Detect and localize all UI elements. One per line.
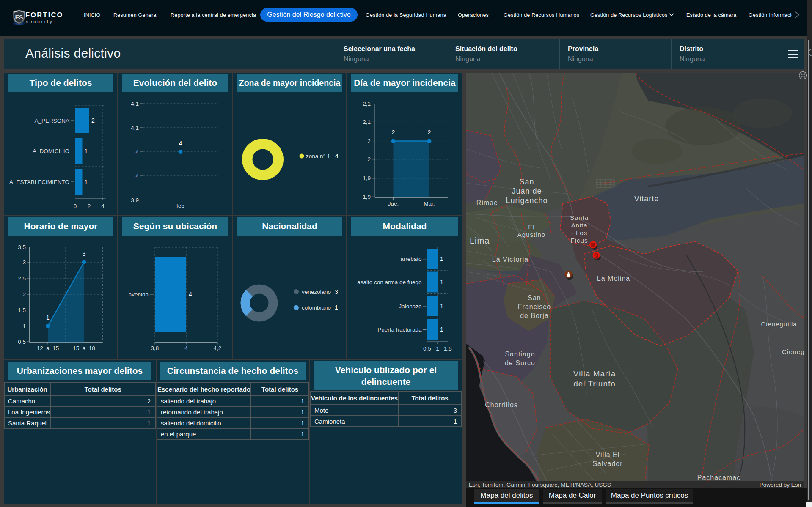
- svg-text:2: 2: [367, 156, 371, 162]
- svg-text:4: 4: [335, 153, 339, 159]
- svg-text:colombiano: colombiano: [302, 304, 331, 311]
- svg-text:2: 2: [91, 117, 95, 124]
- svg-text:4: 4: [189, 291, 192, 298]
- svg-text:1,5: 1,5: [18, 307, 26, 313]
- svg-text:avenida: avenida: [129, 291, 149, 298]
- svg-text:Francisco: Francisco: [518, 303, 551, 310]
- svg-text:1: 1: [436, 345, 439, 352]
- svg-text:1: 1: [85, 178, 88, 185]
- svg-text:0,5: 0,5: [18, 339, 26, 345]
- svg-text:3,9: 3,9: [131, 197, 139, 203]
- svg-text:Cieneguil: Cieneguil: [782, 348, 804, 355]
- svg-text:Puerta fracturada: Puerta fracturada: [377, 326, 422, 333]
- svg-text:venezolano: venezolano: [302, 289, 331, 295]
- svg-text:FS: FS: [15, 14, 23, 21]
- svg-text:4: 4: [135, 173, 139, 179]
- svg-text:Jue.: Jue.: [388, 200, 399, 207]
- svg-text:1: 1: [335, 304, 338, 311]
- svg-text:0,5: 0,5: [423, 345, 431, 352]
- svg-text:4,2: 4,2: [214, 345, 222, 351]
- svg-text:de Surco: de Surco: [505, 359, 535, 367]
- svg-text:4,1: 4,1: [131, 125, 139, 131]
- svg-text:12_a_15: 12_a_15: [37, 345, 59, 351]
- svg-text:A_DOMICILIO: A_DOMICILIO: [33, 148, 69, 154]
- svg-text:4: 4: [135, 149, 139, 155]
- svg-text:La Molina: La Molina: [597, 275, 630, 282]
- svg-text:1,9: 1,9: [363, 194, 371, 200]
- svg-text:Agustino: Agustino: [517, 231, 545, 238]
- svg-text:Cieneguilla: Cieneguilla: [761, 321, 797, 328]
- svg-text:Pachacamac: Pachacamac: [697, 474, 741, 481]
- svg-text:San: San: [528, 294, 541, 301]
- svg-text:1,5: 1,5: [444, 345, 452, 352]
- svg-text:4,1: 4,1: [131, 101, 139, 107]
- svg-text:arrebato: arrebato: [400, 256, 421, 262]
- svg-text:La Victoria: La Victoria: [492, 256, 528, 263]
- svg-text:de Borja: de Borja: [520, 312, 549, 319]
- svg-text:Juan de: Juan de: [512, 187, 542, 195]
- svg-text:2: 2: [88, 203, 91, 209]
- svg-text:asalto con arma de fuego: asalto con arma de fuego: [357, 279, 421, 285]
- svg-text:15_a_18: 15_a_18: [73, 345, 95, 351]
- svg-text:2,1: 2,1: [363, 101, 371, 107]
- svg-text:zona n° 1: zona n° 1: [306, 153, 330, 159]
- svg-text:Anita: Anita: [571, 222, 587, 229]
- svg-text:Mar.: Mar.: [424, 200, 435, 207]
- svg-text:1: 1: [440, 279, 443, 285]
- svg-text:del Triunfo: del Triunfo: [573, 379, 616, 388]
- svg-text:4: 4: [184, 345, 188, 351]
- svg-text:1: 1: [440, 303, 443, 310]
- svg-text:A_ESTABLECIMIENTO: A_ESTABLECIMIENTO: [9, 179, 69, 185]
- svg-text:1: 1: [46, 314, 50, 321]
- svg-text:Chorrillos: Chorrillos: [485, 401, 518, 408]
- svg-text:2,1: 2,1: [363, 119, 371, 125]
- svg-text:Jalonazo: Jalonazo: [399, 303, 421, 310]
- svg-text:3: 3: [22, 259, 26, 266]
- svg-text:Vitarte: Vitarte: [634, 195, 659, 203]
- svg-text:3: 3: [335, 288, 338, 295]
- svg-text:Lurigancho: Lurigancho: [506, 196, 548, 205]
- svg-text:2,5: 2,5: [18, 275, 26, 282]
- svg-text:2: 2: [22, 291, 26, 298]
- svg-text:4: 4: [179, 140, 182, 147]
- svg-text:Ficus: Ficus: [571, 237, 588, 244]
- svg-text:Rimac: Rimac: [476, 199, 498, 206]
- svg-text:3,8: 3,8: [151, 345, 159, 351]
- svg-text:2: 2: [367, 138, 371, 144]
- svg-text:Villa María: Villa María: [573, 369, 616, 378]
- svg-text:Santa: Santa: [570, 214, 589, 221]
- svg-text:3,5: 3,5: [18, 244, 26, 250]
- svg-text:1: 1: [440, 326, 443, 333]
- svg-text:- Los: - Los: [571, 229, 587, 236]
- svg-text:2: 2: [392, 129, 395, 136]
- svg-text:Salvador: Salvador: [592, 460, 622, 467]
- svg-text:1: 1: [85, 148, 88, 154]
- svg-text:4: 4: [101, 203, 105, 209]
- svg-text:1: 1: [440, 255, 443, 262]
- svg-text:1: 1: [22, 323, 26, 329]
- svg-text:Lima: Lima: [470, 236, 490, 245]
- svg-text:San: San: [519, 178, 534, 186]
- svg-text:0: 0: [74, 203, 77, 209]
- svg-text:Villa El: Villa El: [596, 451, 620, 458]
- svg-text:A_PERSONA: A_PERSONA: [34, 118, 69, 124]
- svg-text:Powered by Esri: Powered by Esri: [760, 482, 801, 488]
- svg-text:El: El: [528, 223, 534, 230]
- svg-text:1,9: 1,9: [363, 175, 371, 181]
- svg-text:feb: feb: [176, 203, 184, 209]
- svg-text:3: 3: [83, 250, 86, 257]
- svg-text:Esri, TomTom, Garmin, Foursqua: Esri, TomTom, Garmin, Foursquare, METI/N…: [469, 482, 611, 488]
- svg-text:Santiago: Santiago: [505, 351, 535, 358]
- svg-text:2: 2: [428, 129, 431, 136]
